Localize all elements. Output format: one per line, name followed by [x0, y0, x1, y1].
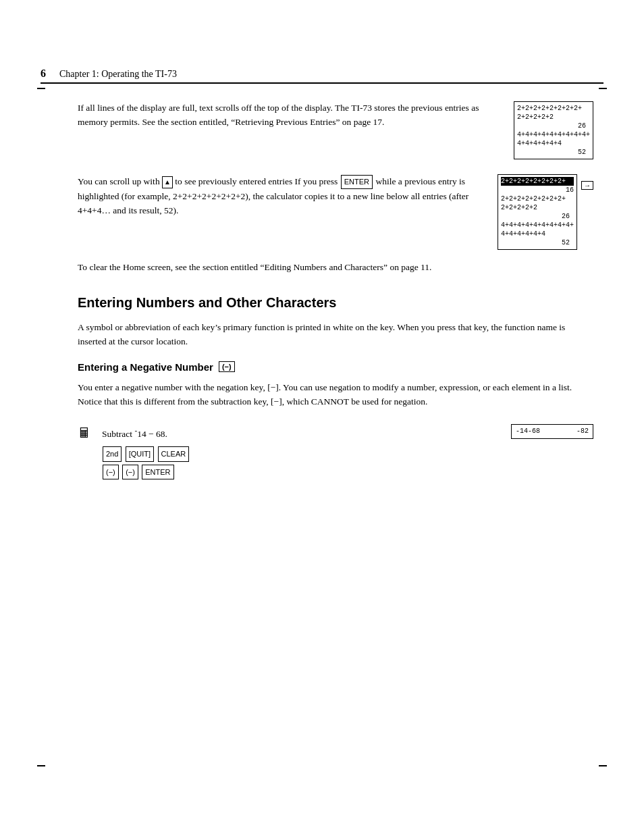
- page-number: 6: [41, 68, 46, 80]
- result-screen-display: -14-68 -82: [511, 424, 593, 439]
- section-intro: A symbol or abbreviation of each key’s p…: [78, 321, 593, 349]
- margin-mark-left-bottom: [37, 765, 45, 766]
- clear-text: To clear the Home screen, see the sectio…: [78, 262, 431, 272]
- scroll-screen: 2+2+2+2+2+2+2+2+ 2+2+2+2+2 26 4+4+4+4+4+…: [514, 101, 593, 159]
- scrollup-text: You can scroll up with ▲ to see previous…: [78, 174, 484, 218]
- section-scroll: If all lines of the display are full, te…: [78, 101, 593, 159]
- intro-text: A symbol or abbreviation of each key’s p…: [78, 322, 565, 346]
- key-sequence-line1: 2nd [QUIT] CLEAR: [102, 446, 500, 463]
- negnum-paragraph: You enter a negative number with the neg…: [78, 382, 572, 407]
- enter-key-inline: ENTER: [341, 175, 373, 189]
- right-arrow-icon: →: [581, 181, 593, 190]
- margin-mark-left-top: [37, 88, 45, 89]
- key-negation: (−): [103, 465, 119, 480]
- scrollup-screen: 2+2+2+2+2+2+2+2+ 16 2+2+2+2+2+2+2+2+ 2+2…: [498, 174, 577, 250]
- subsection-negnum-label: Entering a Negative Number: [78, 361, 213, 373]
- subsection-negnum-heading: Entering a Negative Number (−): [78, 361, 593, 373]
- scroll-paragraph: If all lines of the display are full, te…: [78, 103, 479, 127]
- scrollup-text-part1: You can scroll up with: [78, 176, 162, 186]
- header-title: Chapter 1: Operating the TI-73: [59, 69, 177, 80]
- key-sequence-line2: (−) (−) ENTER: [102, 464, 500, 481]
- example-instruction: Subtract -14 − 68.: [102, 424, 500, 442]
- section-scrollup: You can scroll up with ▲ to see previous…: [78, 174, 593, 250]
- up-arrow-icon: ▲: [162, 176, 173, 188]
- key-2nd: 2nd: [103, 446, 122, 462]
- key-subtract: (−): [122, 465, 138, 480]
- page-header: 6 Chapter 1: Operating the TI-73: [41, 68, 603, 84]
- scroll-text: If all lines of the display are full, te…: [78, 101, 500, 130]
- negnum-key-icon: (−): [219, 361, 235, 372]
- section-clear: To clear the Home screen, see the sectio…: [78, 261, 593, 275]
- key-enter: ENTER: [142, 465, 173, 480]
- margin-mark-right-top: [599, 88, 607, 89]
- example-screen: -14-68 -82: [511, 424, 593, 439]
- section-heading-main: Entering Numbers and Other Characters: [78, 294, 593, 311]
- section-negnum-text: You enter a negative number with the neg…: [78, 381, 593, 409]
- example-row: 🖩 Subtract -14 − 68. 2nd [QUIT] CLEAR (−…: [78, 424, 593, 481]
- key-clear: CLEAR: [158, 446, 190, 462]
- margin-mark-right-bottom: [599, 765, 607, 766]
- highlighted-entry: 2+2+2+2+2+2+2+2+: [501, 177, 574, 186]
- scrollup-screen-area: 2+2+2+2+2+2+2+2+ 16 2+2+2+2+2+2+2+2+ 2+2…: [498, 174, 593, 250]
- key-quit: [QUIT]: [126, 446, 154, 462]
- main-content: If all lines of the display are full, te…: [78, 88, 593, 480]
- example-content: Subtract -14 − 68. 2nd [QUIT] CLEAR (−) …: [102, 424, 500, 481]
- page: 6 Chapter 1: Operating the TI-73 If all …: [0, 0, 644, 834]
- calculator-icon: 🖩: [78, 425, 91, 441]
